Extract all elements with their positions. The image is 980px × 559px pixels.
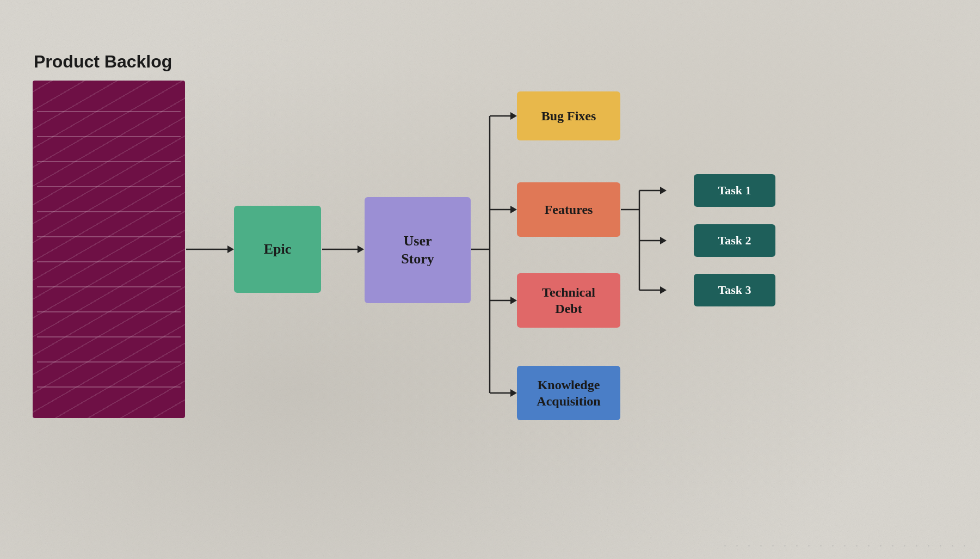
task1-box: Task 1 <box>694 174 775 207</box>
technical-debt-box: TechnicalDebt <box>517 273 620 328</box>
backlog-stack <box>33 81 185 418</box>
svg-marker-7 <box>510 112 517 120</box>
backlog-line <box>37 112 181 137</box>
svg-marker-11 <box>510 297 517 304</box>
user-story-box: UserStory <box>365 197 471 303</box>
svg-marker-1 <box>227 245 234 253</box>
backlog-line <box>37 187 181 212</box>
backlog-line <box>37 87 181 112</box>
backlog-line <box>37 262 181 287</box>
backlog-line <box>37 388 181 411</box>
svg-marker-19 <box>660 237 667 244</box>
epic-box: Epic <box>234 206 321 293</box>
features-box: Features <box>517 182 620 237</box>
backlog-line <box>37 312 181 337</box>
dotted-decoration: · · · · · · · · · · · · · · · · · · · · … <box>724 540 969 552</box>
svg-marker-21 <box>660 286 667 294</box>
svg-marker-3 <box>358 245 364 253</box>
backlog-line <box>37 287 181 312</box>
backlog-line <box>37 337 181 363</box>
backlog-line <box>37 212 181 237</box>
svg-marker-17 <box>660 187 667 194</box>
backlog-title: Product Backlog <box>34 52 172 72</box>
bug-fixes-box: Bug Fixes <box>517 91 620 140</box>
task3-box: Task 3 <box>694 274 775 306</box>
task2-box: Task 2 <box>694 224 775 257</box>
knowledge-acquisition-box: KnowledgeAcquisition <box>517 366 620 420</box>
backlog-line <box>37 162 181 187</box>
svg-marker-13 <box>510 389 517 397</box>
backlog-line <box>37 237 181 262</box>
svg-marker-9 <box>510 206 517 213</box>
backlog-line <box>37 137 181 162</box>
backlog-line <box>37 363 181 388</box>
